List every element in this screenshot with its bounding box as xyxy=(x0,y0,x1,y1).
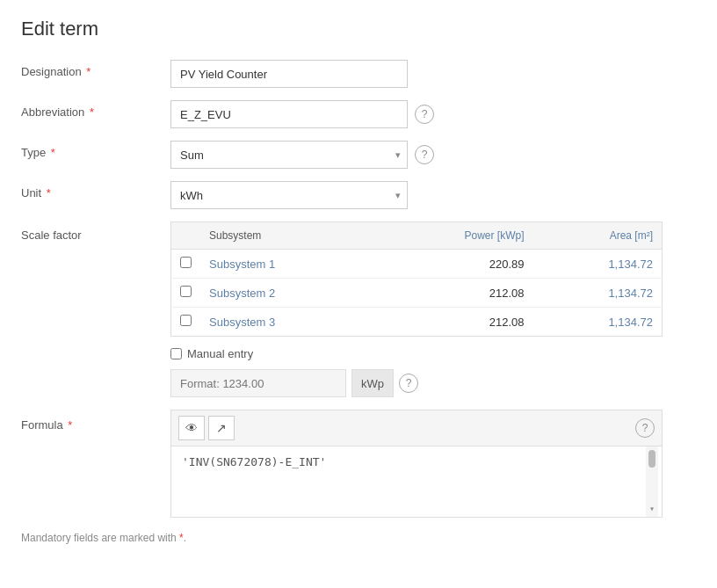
subsystem-3-name: Subsystem 3 xyxy=(200,308,373,337)
formula-required: * xyxy=(68,418,72,432)
page-title: Edit term xyxy=(21,18,696,40)
designation-required: * xyxy=(86,65,91,78)
scale-factor-content: Subsystem Power [kWp] Area [m²] Subsyste… xyxy=(170,221,696,397)
subsystem-col-checkbox-header xyxy=(171,222,201,250)
formula-content: 👁 ↗ ? 'INV(SN672078)-E_INT' ▾ xyxy=(170,410,663,518)
scale-factor-label: Scale factor xyxy=(21,221,170,242)
unit-required: * xyxy=(47,186,51,200)
mandatory-note: Mandatory fields are marked with *. xyxy=(21,532,696,544)
abbreviation-row: Abbreviation * ? xyxy=(21,100,696,128)
subsystem-col-area-header: Area [m²] xyxy=(533,222,663,250)
formula-row: Formula * 👁 ↗ ? 'INV(SN672078)-E_INT' ▾ xyxy=(21,410,696,518)
subsystem-2-checkbox[interactable] xyxy=(180,286,192,297)
table-row: Subsystem 3 212.08 1,134.72 xyxy=(171,308,663,337)
designation-row: Designation * xyxy=(21,60,696,88)
subsystem-1-checkbox[interactable] xyxy=(180,257,192,268)
formula-value: 'INV(SN672078)-E_INT' xyxy=(182,455,326,468)
mandatory-star: * xyxy=(179,532,184,544)
formula-body: 'INV(SN672078)-E_INT' ▾ xyxy=(171,446,662,517)
manual-entry-text: Manual entry xyxy=(187,347,253,360)
unit-label: Unit * xyxy=(21,181,170,200)
unit-field-group: kWh kWp MWh kW ▾ xyxy=(170,181,408,209)
manual-entry-label[interactable]: Manual entry xyxy=(170,347,253,360)
eye-icon: 👁 xyxy=(185,421,198,435)
abbreviation-help-icon[interactable]: ? xyxy=(415,105,434,124)
type-row: Type * Sum Average Min Max ▾ ? xyxy=(21,141,696,169)
unit-select-wrapper: kWh kWp MWh kW ▾ xyxy=(170,181,408,209)
subsystem-2-area: 1,134.72 xyxy=(533,279,663,308)
subsystem-1-power: 220.89 xyxy=(373,250,533,279)
unit-badge: kWp xyxy=(351,369,394,397)
format-help-icon[interactable]: ? xyxy=(399,374,418,393)
subsystem-1-name: Subsystem 1 xyxy=(200,250,373,279)
subsystem-3-checkbox[interactable] xyxy=(180,315,192,326)
type-select-wrapper: Sum Average Min Max ▾ xyxy=(170,141,408,169)
type-select[interactable]: Sum Average Min Max xyxy=(170,141,408,169)
type-help-icon[interactable]: ? xyxy=(415,145,434,164)
unit-row: Unit * kWh kWp MWh kW ▾ xyxy=(21,181,696,209)
formula-external-link-button[interactable]: ↗ xyxy=(208,416,235,440)
formula-eye-button[interactable]: 👁 xyxy=(178,416,205,440)
subsystem-3-area: 1,134.72 xyxy=(533,308,663,337)
designation-label: Designation * xyxy=(21,60,170,78)
table-row: Subsystem 2 212.08 1,134.72 xyxy=(171,279,663,308)
scroll-down-arrow-icon: ▾ xyxy=(649,504,655,513)
designation-field-group xyxy=(170,60,408,88)
type-required: * xyxy=(51,146,55,159)
subsystem-3-power: 212.08 xyxy=(373,308,533,337)
abbreviation-field-group: ? xyxy=(170,100,434,128)
abbreviation-label: Abbreviation * xyxy=(21,100,170,119)
abbreviation-required: * xyxy=(90,105,94,119)
formula-toolbar: 👁 ↗ ? xyxy=(171,410,662,446)
external-link-icon: ↗ xyxy=(216,421,227,435)
format-row: kWp ? xyxy=(170,369,696,397)
subsystem-1-area: 1,134.72 xyxy=(533,250,663,279)
unit-select[interactable]: kWh kWp MWh kW xyxy=(170,181,408,209)
formula-scrollbar[interactable]: ▾ xyxy=(646,446,658,517)
formula-label: Formula * xyxy=(21,410,170,432)
format-input[interactable] xyxy=(170,369,346,397)
subsystem-col-name-header: Subsystem xyxy=(200,222,373,250)
type-label: Type * xyxy=(21,141,170,159)
subsystem-table: Subsystem Power [kWp] Area [m²] Subsyste… xyxy=(170,221,663,337)
table-row: Subsystem 1 220.89 1,134.72 xyxy=(171,250,663,279)
subsystem-col-power-header: Power [kWp] xyxy=(373,222,533,250)
manual-entry-row: Manual entry xyxy=(170,347,696,360)
type-field-group: Sum Average Min Max ▾ ? xyxy=(170,141,434,169)
scale-factor-row: Scale factor Subsystem Power [kWp] Area … xyxy=(21,221,696,397)
subsystem-2-power: 212.08 xyxy=(373,279,533,308)
manual-entry-checkbox[interactable] xyxy=(170,348,182,359)
abbreviation-input[interactable] xyxy=(170,100,408,128)
formula-help-icon[interactable]: ? xyxy=(635,418,655,438)
designation-input[interactable] xyxy=(170,60,408,88)
subsystem-2-name: Subsystem 2 xyxy=(200,279,373,308)
scrollbar-thumb xyxy=(648,450,655,468)
